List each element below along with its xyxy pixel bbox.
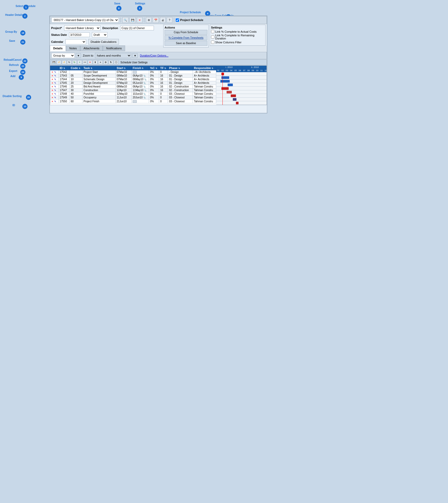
tab-details[interactable]: Details — [50, 45, 66, 51]
grid-cols-btn[interactable]: ≡ — [98, 60, 103, 64]
schedule-wrapper: ID ⇅ Code ⇅ Task ⇅ Start ⇅ — [50, 65, 267, 105]
group-by-select[interactable]: Group by — [51, 53, 75, 58]
gantt-year-2: ii. 2010 — [242, 66, 267, 69]
table-row[interactable]: ✕ ✎ 17542 Project Start 07Mar10 0% 0 - D… — [50, 70, 216, 74]
link-complete-remaining-check[interactable] — [211, 35, 214, 39]
table-row[interactable]: ✕ ✎ 17546 25 Bid And Award 08Mar10 06Apr… — [50, 85, 216, 89]
row-id: 17548 — [58, 92, 70, 96]
table-row[interactable]: ✕ ✎ 17543 05 Scope Development 08Mar10 0… — [50, 74, 216, 78]
save-icon-btn[interactable]: 💾 — [130, 17, 136, 23]
col-header-id[interactable]: ID ⇅ — [58, 66, 70, 70]
row-pct: 0% — [149, 81, 159, 85]
group-by-arrow-btn[interactable]: ▼ — [76, 53, 81, 58]
calendar-btn[interactable]: 📅 — [153, 17, 159, 23]
settings-icon-btn[interactable]: ⚙ — [146, 17, 152, 23]
grid-info-btn[interactable]: ⓘ — [114, 60, 118, 64]
row-pct: 0% — [149, 92, 159, 96]
row-resp: Tahman Constru — [193, 96, 216, 99]
col-header-code[interactable]: Code ⇅ — [70, 66, 82, 70]
print-btn[interactable]: 🖨 — [160, 17, 166, 23]
help-btn[interactable]: ? — [167, 17, 172, 23]
gantt-row — [216, 101, 267, 105]
row-code: 05 — [70, 74, 82, 78]
grid-delete-btn[interactable]: ✕ — [88, 60, 92, 64]
save-as-baseline-btn[interactable]: Save as Baseline — [165, 41, 207, 46]
zoom-arrow-btn[interactable]: ▼ — [132, 53, 138, 58]
col-header-task[interactable]: Task ⇅ — [82, 66, 116, 70]
col-header-resp[interactable]: Responsible ⇅ — [193, 66, 216, 70]
row-task: Punchlist — [82, 92, 116, 96]
row-task: Bid And Award — [82, 85, 116, 89]
row-icons: ✕ ✎ — [50, 89, 59, 92]
description-input[interactable] — [120, 26, 154, 30]
row-icons: ✕ ✎ — [50, 70, 59, 74]
grid-disable-sort-btn[interactable]: ⇅ — [108, 60, 113, 64]
pct-complete-timesheets-btn[interactable]: % Complete From Timesheets — [165, 35, 207, 40]
project-schedule-checkbox[interactable] — [176, 18, 179, 22]
row-tf: 0 — [159, 99, 168, 103]
zoom-select[interactable]: halves and months — [95, 53, 131, 58]
project-select[interactable]: Harvard Baker Library — [64, 25, 100, 31]
gantt-bar — [227, 91, 232, 93]
row-start: 07Mar10 — [116, 70, 132, 74]
table-row[interactable]: ✕ ✎ 17550 60 Project Finish 21Jun10 0% 0… — [50, 99, 216, 103]
grid-add-btn[interactable]: + — [77, 60, 82, 64]
tabs-row: Details Notes Attachments Notifications — [50, 45, 267, 51]
col-header-icons — [50, 66, 59, 70]
row-id: 17549 — [58, 96, 70, 99]
row-start: 12Apr10 — [116, 89, 132, 92]
link-complete-costs-check[interactable] — [211, 30, 214, 33]
duration-copy-options[interactable]: Duration/Copy Options... — [140, 54, 168, 57]
col-header-start[interactable]: Start ⇅ — [116, 66, 132, 70]
grid-undo-btn[interactable]: ↺ — [57, 60, 61, 64]
copy-from-schedule-btn[interactable]: Copy From Schedule — [165, 30, 207, 35]
delete-btn[interactable]: ✕ — [137, 17, 142, 23]
grid-add2-btn[interactable]: ++ — [83, 60, 87, 64]
row-resp: A+ Architects — [193, 78, 216, 81]
row-task: Project Finish — [82, 99, 116, 103]
col-header-tf[interactable]: TF ⇅ — [159, 66, 168, 70]
col-header-pct[interactable]: %C ⇅ — [149, 66, 159, 70]
search-btn[interactable]: 🔍 — [122, 17, 128, 23]
row-id: 17544 — [58, 78, 70, 81]
row-start: 21Jun10 — [116, 99, 132, 103]
table-row[interactable]: ✕ ✎ 17545 20 Design Development 07May10 … — [50, 81, 216, 85]
ann-refresh-label: Refresh — [9, 64, 19, 66]
table-row[interactable]: ✕ ✎ 17547 30 Construction 12Apr10 11May1… — [50, 89, 216, 92]
tab-notes[interactable]: Notes — [66, 45, 80, 51]
grid-undo2-btn[interactable]: ↺ — [62, 60, 66, 64]
status-date-input[interactable] — [69, 32, 90, 37]
row-tf: 0 — [159, 70, 168, 74]
col-header-phase[interactable]: Phase ⇅ — [168, 66, 193, 70]
row-task: Scope Development — [82, 74, 116, 78]
table-row[interactable]: ✕ ✎ 17548 40 Punchlist 12May10 10Jun10 📎… — [50, 92, 216, 96]
grid-reload-btn[interactable]: ↻ — [67, 60, 72, 64]
gantt-month-cell: 05 — [234, 69, 238, 72]
gantt-month-cell: 04 — [229, 69, 234, 72]
row-tf: 16 — [159, 85, 168, 89]
calendar-select[interactable] — [65, 39, 86, 44]
row-phase: 03 - Closeout — [168, 96, 193, 99]
grid-settings-btn[interactable]: ⚙ — [103, 60, 108, 64]
schedule-select[interactable]: 000177 - Harvard Baker Library-Copy (1) … — [51, 17, 119, 23]
row-finish: 06May10 📎 — [132, 78, 149, 81]
gantt-month-cell: 02 — [221, 69, 225, 72]
table-row[interactable]: ✕ ✎ 17549 50 Occupancy 11Jun10 20Jun10 📎… — [50, 96, 216, 99]
grid-export-btn[interactable]: ⬆ — [93, 60, 98, 64]
status-date-label: Status Date — [51, 33, 67, 36]
show-columns-filter-check[interactable] — [211, 40, 214, 44]
grid-save-btn[interactable]: 💾 — [51, 60, 56, 64]
grid-toolbar: Group by ▼ Zoom to halves and months ▼ D… — [50, 52, 267, 59]
status-select[interactable]: Draft — [92, 32, 107, 37]
grid-refresh-btn[interactable]: ↻ — [72, 60, 77, 64]
tab-attachments[interactable]: Attachments — [80, 45, 103, 51]
col-header-finish[interactable]: Finish ⇅ — [132, 66, 149, 70]
disable-calculations-btn[interactable]: Disable Calculations — [88, 39, 119, 45]
row-code: 40 — [70, 92, 82, 96]
row-start: 12May10 — [116, 92, 132, 96]
table-row[interactable]: ✕ ✎ 17544 10 Schematic Design 07Mar10 06… — [50, 78, 216, 81]
row-tf: 16 — [159, 81, 168, 85]
tab-notifications[interactable]: Notifications — [103, 45, 125, 51]
row-icons: ✕ ✎ — [50, 81, 59, 85]
row-code: 50 — [70, 96, 82, 99]
